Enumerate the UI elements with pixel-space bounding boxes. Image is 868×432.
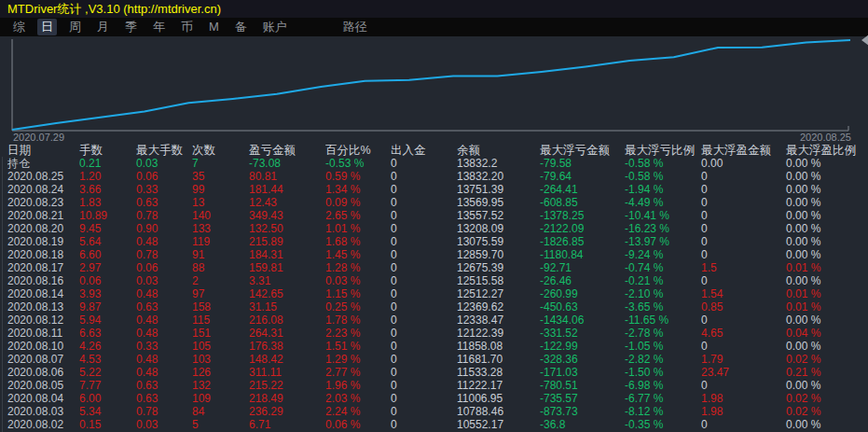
table-cell: 4.26 bbox=[79, 340, 136, 353]
table-cell: -9.24 % bbox=[625, 248, 701, 261]
table-cell: 13 bbox=[192, 196, 249, 209]
table-row[interactable]: 2020.08.104.260.33105176.381.51 %011858.… bbox=[0, 340, 868, 353]
menu-tab-11[interactable]: 路径 bbox=[339, 19, 371, 35]
table-row[interactable]: 2020.08.057.770.63132215.221.96 %011222.… bbox=[0, 379, 868, 392]
table-row[interactable]: 2020.08.231.830.631312.430.09 %013569.95… bbox=[0, 196, 868, 209]
table-cell: 10788.46 bbox=[457, 405, 540, 418]
table-cell: 10.89 bbox=[79, 209, 136, 222]
table-cell: 2020.08.20 bbox=[7, 222, 79, 235]
table-cell: -171.03 bbox=[540, 366, 625, 379]
table-cell: 0 bbox=[391, 170, 457, 183]
column-header: 最大浮亏比例 bbox=[625, 144, 701, 157]
table-row[interactable]: 2020.08.2110.890.78140349.432.65 %013557… bbox=[0, 209, 868, 222]
table-cell: 0 bbox=[701, 248, 786, 261]
table-cell: 0.78 bbox=[136, 248, 192, 261]
table-cell: 2020.08.06 bbox=[7, 366, 79, 379]
table-cell: 1.34 % bbox=[325, 183, 391, 196]
table-cell: 0.00 % bbox=[786, 418, 868, 431]
table-cell: 105 bbox=[192, 340, 249, 353]
table-cell: 99 bbox=[192, 183, 249, 196]
table-cell: 0.33 bbox=[136, 183, 192, 196]
menu-tab-8[interactable]: M bbox=[205, 19, 223, 35]
table-cell: 0.02 % bbox=[786, 392, 868, 405]
table-cell: 1.28 % bbox=[325, 261, 391, 274]
table-row[interactable]: 2020.08.074.530.48103148.421.29 %011681.… bbox=[0, 353, 868, 366]
menu-tab-6[interactable]: 年 bbox=[149, 19, 169, 35]
table-row[interactable]: 2020.08.143.930.4897142.651.15 %012512.2… bbox=[0, 287, 868, 300]
table-row[interactable]: 2020.08.065.220.48126311.112.77 %011533.… bbox=[0, 366, 868, 379]
table-row[interactable]: 2020.08.251.200.063580.810.59 %013832.20… bbox=[0, 170, 868, 183]
table-row[interactable]: 2020.08.046.000.63109218.492.03 %011006.… bbox=[0, 392, 868, 405]
menu-tab-10[interactable]: 账户 bbox=[259, 19, 291, 35]
table-cell: 0 bbox=[701, 379, 786, 392]
menu-tab-4[interactable]: 月 bbox=[93, 19, 113, 35]
table-cell: 0.03 % bbox=[325, 274, 391, 287]
table-row[interactable]: 2020.08.195.640.48119215.891.68 %013075.… bbox=[0, 235, 868, 248]
table-cell: 140 bbox=[192, 209, 249, 222]
table-cell: 132.50 bbox=[249, 222, 325, 235]
table-cell: 0.00 % bbox=[786, 222, 868, 235]
table-cell: 6.60 bbox=[79, 248, 136, 261]
table-cell: 0.90 bbox=[136, 222, 192, 235]
table-row[interactable]: 2020.08.035.340.7884236.292.24 %010788.4… bbox=[0, 405, 868, 418]
table-cell: 0.63 bbox=[136, 392, 192, 405]
table-cell: 119 bbox=[192, 235, 249, 248]
table-cell: -26.46 bbox=[540, 274, 625, 287]
table-cell: -92.71 bbox=[540, 261, 625, 274]
menu-tab-7[interactable]: 币 bbox=[177, 19, 197, 35]
table-row[interactable]: 2020.08.243.660.3399181.441.34 %013751.3… bbox=[0, 183, 868, 196]
table-cell: 148.42 bbox=[249, 353, 325, 366]
position-row[interactable]: 持仓0.210.037-73.08-0.53 %013832.2-79.58-0… bbox=[0, 157, 868, 170]
table-cell: 0.48 bbox=[136, 235, 192, 248]
table-cell: -11.65 % bbox=[625, 314, 701, 327]
table-row[interactable]: 2020.08.172.970.0688159.811.28 %012675.3… bbox=[0, 261, 868, 274]
table-cell: 5 bbox=[192, 418, 249, 431]
table-cell: 1.68 % bbox=[325, 235, 391, 248]
menu-tab-9[interactable]: 备 bbox=[231, 19, 251, 35]
table-cell: 1.20 bbox=[79, 170, 136, 183]
table-cell: 1.29 % bbox=[325, 353, 391, 366]
menu-tab-5[interactable]: 季 bbox=[121, 19, 141, 35]
table-row[interactable]: 2020.08.116.630.48151264.312.23 %012122.… bbox=[0, 327, 868, 340]
table-cell: 9.87 bbox=[79, 300, 136, 314]
table-cell: 109 bbox=[192, 392, 249, 405]
menu-tab-1[interactable]: 综 bbox=[9, 19, 29, 35]
table-cell: 0 bbox=[391, 248, 457, 261]
table-cell: 215.22 bbox=[249, 379, 325, 392]
table-cell: 0.06 bbox=[136, 261, 192, 274]
menu-tab-2[interactable]: 日 bbox=[37, 19, 57, 35]
table-cell: 2.97 bbox=[79, 261, 136, 274]
table-cell: 0 bbox=[391, 418, 457, 431]
table-cell: 1.78 % bbox=[325, 314, 391, 327]
balance-chart: 2020.07.29 2020.08.25 bbox=[0, 36, 868, 144]
table-row[interactable]: 2020.08.125.940.48115216.081.78 %012338.… bbox=[0, 314, 868, 327]
table-cell: 1.83 bbox=[79, 196, 136, 209]
table-row[interactable]: 2020.08.020.150.0356.710.06 %010552.17-3… bbox=[0, 418, 868, 431]
table-cell: -1180.84 bbox=[540, 248, 625, 261]
table-cell: -2.82 % bbox=[625, 353, 701, 366]
table-cell: 11222.17 bbox=[457, 379, 540, 392]
table-cell: 23.47 bbox=[701, 366, 786, 379]
table-cell: 12512.27 bbox=[457, 287, 540, 300]
table-cell: -450.63 bbox=[540, 300, 625, 314]
table-cell: 159.81 bbox=[249, 261, 325, 274]
table-cell: 0.78 bbox=[136, 405, 192, 418]
table-cell: 0.01 % bbox=[786, 261, 868, 274]
table-cell: 311.11 bbox=[249, 366, 325, 379]
table-row[interactable]: 2020.08.160.060.0323.310.03 %012515.58-2… bbox=[0, 274, 868, 287]
table-cell: -4.49 % bbox=[625, 196, 701, 209]
table-cell: 0 bbox=[701, 340, 786, 353]
table-cell: 0 bbox=[391, 183, 457, 196]
table-cell: 0 bbox=[701, 209, 786, 222]
table-row[interactable]: 2020.08.139.870.6315831.150.25 %012369.6… bbox=[0, 300, 868, 314]
menu-tab-3[interactable]: 周 bbox=[65, 19, 85, 35]
table-cell: -36.8 bbox=[540, 418, 625, 431]
table-cell: 11006.95 bbox=[457, 392, 540, 405]
table-row[interactable]: 2020.08.186.600.7891184.311.45 %012859.7… bbox=[0, 248, 868, 261]
column-header: 手数 bbox=[79, 144, 136, 157]
table-row[interactable]: 2020.08.209.450.90133132.501.01 %013208.… bbox=[0, 222, 868, 235]
table-cell: 215.89 bbox=[249, 235, 325, 248]
table-cell: 0.00 % bbox=[786, 248, 868, 261]
table-cell: -13.97 % bbox=[625, 235, 701, 248]
table-cell: 216.08 bbox=[249, 314, 325, 327]
